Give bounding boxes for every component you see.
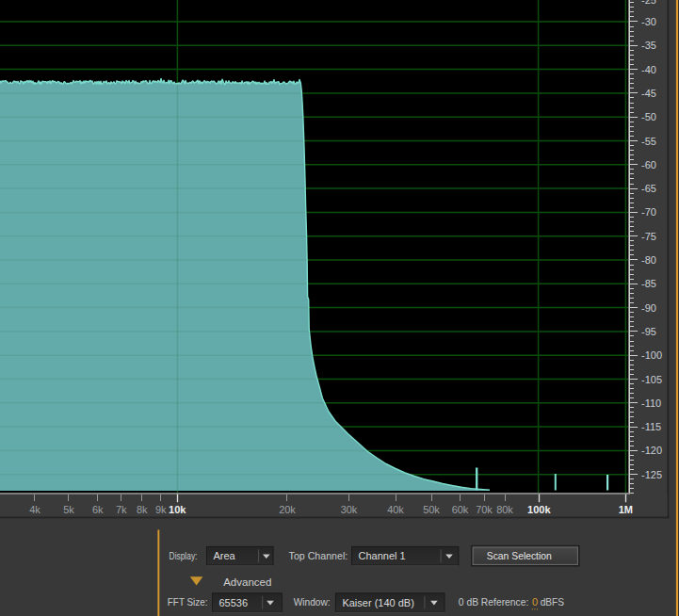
svg-text:-100: -100 bbox=[641, 349, 662, 361]
svg-text:-40: -40 bbox=[641, 64, 656, 75]
svg-text:-70: -70 bbox=[641, 206, 656, 218]
svg-text:-25: -25 bbox=[641, 0, 656, 6]
svg-text:Scan Selection: Scan Selection bbox=[487, 550, 552, 561]
svg-text:-120: -120 bbox=[641, 445, 662, 456]
svg-text:20k: 20k bbox=[279, 504, 296, 515]
svg-text:-105: -105 bbox=[641, 374, 662, 385]
svg-text:Display:: Display: bbox=[170, 550, 198, 561]
svg-text:65536: 65536 bbox=[219, 597, 249, 608]
svg-text:0 dB Reference:: 0 dB Reference: bbox=[459, 596, 529, 608]
svg-text:Area: Area bbox=[214, 550, 236, 561]
svg-text:4k: 4k bbox=[29, 504, 40, 515]
svg-text:9k: 9k bbox=[155, 504, 167, 515]
svg-text:-85: -85 bbox=[641, 278, 656, 289]
svg-text:Kaiser (140 dB): Kaiser (140 dB) bbox=[342, 597, 413, 608]
svg-text:10k: 10k bbox=[169, 504, 186, 515]
svg-text:-110: -110 bbox=[641, 397, 661, 409]
svg-text:-75: -75 bbox=[641, 231, 656, 242]
svg-text:-65: -65 bbox=[641, 183, 656, 194]
svg-text:-125: -125 bbox=[641, 469, 662, 480]
svg-text:8k: 8k bbox=[137, 504, 148, 515]
svg-text:70k: 70k bbox=[476, 504, 493, 515]
svg-text:-45: -45 bbox=[641, 88, 656, 99]
svg-text:1M: 1M bbox=[619, 504, 633, 515]
svg-text:50k: 50k bbox=[423, 504, 440, 515]
svg-text:-60: -60 bbox=[641, 159, 656, 170]
svg-text:-55: -55 bbox=[641, 136, 656, 147]
svg-text:5k: 5k bbox=[63, 504, 74, 515]
svg-text:-115: -115 bbox=[641, 421, 661, 432]
svg-text:Top Channel:: Top Channel: bbox=[289, 550, 348, 561]
svg-text:-50: -50 bbox=[641, 111, 656, 122]
svg-text:80k: 80k bbox=[496, 504, 513, 515]
svg-text:6k: 6k bbox=[92, 504, 104, 515]
svg-text:0: 0 bbox=[532, 596, 538, 608]
svg-text:Window:: Window: bbox=[294, 596, 331, 608]
svg-text:dBFS: dBFS bbox=[541, 596, 564, 608]
svg-text:100k: 100k bbox=[527, 504, 551, 515]
svg-text:60k: 60k bbox=[452, 504, 469, 515]
svg-text:7k: 7k bbox=[116, 504, 127, 515]
svg-text:-30: -30 bbox=[641, 16, 656, 27]
svg-text:-90: -90 bbox=[641, 302, 656, 314]
svg-text:40k: 40k bbox=[387, 504, 404, 515]
svg-text:-80: -80 bbox=[641, 254, 656, 266]
svg-text:Channel 1: Channel 1 bbox=[359, 550, 406, 561]
svg-text:-95: -95 bbox=[641, 326, 656, 337]
svg-text:30k: 30k bbox=[341, 504, 358, 515]
svg-text:Advanced: Advanced bbox=[223, 576, 271, 588]
svg-text:FFT Size:: FFT Size: bbox=[168, 596, 208, 608]
svg-text:-35: -35 bbox=[641, 40, 656, 51]
